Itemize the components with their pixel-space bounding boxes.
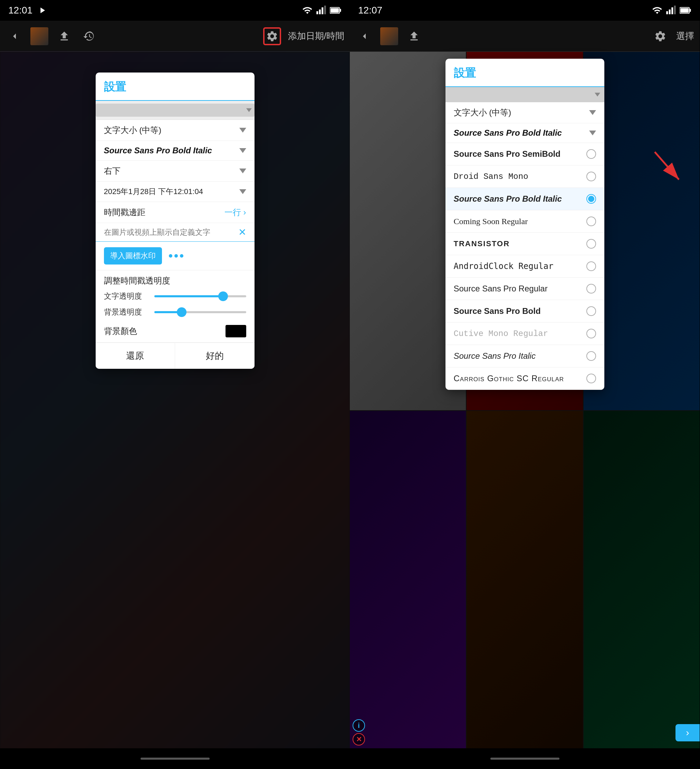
dot-2 bbox=[174, 254, 178, 257]
right-toolbar: 選擇 bbox=[350, 21, 700, 52]
text-opacity-thumb[interactable] bbox=[218, 291, 228, 301]
left-nav-bar bbox=[0, 748, 350, 769]
font-item-cutive[interactable]: Cutive Mono Regular bbox=[446, 323, 604, 345]
signal-icon bbox=[666, 5, 676, 16]
bg-opacity-thumb[interactable] bbox=[177, 307, 187, 317]
ok-button[interactable]: 好的 bbox=[175, 343, 254, 369]
bg-opacity-slider[interactable] bbox=[154, 311, 246, 313]
right-gray-bar[interactable] bbox=[446, 87, 604, 102]
dot-1 bbox=[169, 254, 172, 257]
text-size-row[interactable]: 文字大小 (中等) bbox=[96, 120, 254, 141]
right-text-size-row[interactable]: 文字大小 (中等) bbox=[446, 102, 604, 123]
selector-bar[interactable] bbox=[96, 101, 254, 120]
current-font-row[interactable]: Source Sans Pro Bold Italic bbox=[446, 123, 604, 143]
bottom-info: i ✕ bbox=[350, 716, 368, 748]
font-row[interactable]: Source Sans Pro Bold Italic bbox=[96, 141, 254, 161]
font-name-bold: Source Sans Pro Bold bbox=[454, 306, 541, 316]
right-text-size-arrow bbox=[589, 110, 596, 115]
svg-rect-13 bbox=[680, 8, 689, 13]
position-row[interactable]: 右下 bbox=[96, 161, 254, 182]
clear-input-button[interactable]: ✕ bbox=[238, 227, 246, 238]
right-status-bar: 12:07 bbox=[350, 0, 700, 21]
gray-bar[interactable] bbox=[96, 104, 254, 117]
font-item-semibold[interactable]: Source Sans Pro SemiBold bbox=[446, 143, 604, 166]
radio-mono[interactable] bbox=[586, 172, 596, 181]
timestamp-row[interactable]: 2025年1月28日 下午12:01:04 bbox=[96, 182, 254, 202]
font-name-android-clock: AndroidClock Regular bbox=[454, 261, 554, 271]
add-datetime-label[interactable]: 添加日期/時間 bbox=[288, 30, 344, 42]
thumbnail[interactable] bbox=[380, 27, 398, 45]
close-button[interactable]: ✕ bbox=[352, 733, 365, 745]
svg-rect-7 bbox=[666, 11, 668, 14]
back-button[interactable] bbox=[5, 27, 24, 45]
font-item-transistor[interactable]: TRANSISTOR bbox=[446, 233, 604, 255]
select-label[interactable]: 選擇 bbox=[676, 30, 694, 42]
radio-semibold[interactable] bbox=[586, 149, 596, 159]
left-panel: 12:01 bbox=[0, 0, 350, 769]
svg-rect-0 bbox=[316, 11, 318, 14]
dialog-overlay: 設置 文字大小 (中等) Source Sans Pro Bold Italic… bbox=[0, 52, 350, 769]
radio-transistor[interactable] bbox=[586, 239, 596, 249]
font-item-bold[interactable]: Source Sans Pro Bold bbox=[446, 300, 604, 323]
status-right bbox=[302, 5, 341, 16]
settings-button[interactable] bbox=[651, 27, 669, 45]
right-dialog-title: 設置 bbox=[446, 59, 604, 87]
wifi-icon bbox=[652, 5, 662, 16]
right-panel: 12:07 選擇 設置 bbox=[350, 0, 700, 769]
radio-coming-soon[interactable] bbox=[586, 217, 596, 226]
time-display: 12:01 bbox=[8, 5, 32, 16]
right-settings-dialog: 設置 文字大小 (中等) Source Sans Pro Bold Italic… bbox=[446, 59, 604, 390]
radio-bold[interactable] bbox=[586, 306, 596, 316]
font-item-regular[interactable]: Source Sans Pro Regular bbox=[446, 278, 604, 300]
font-item-coming-soon[interactable]: Coming Soon Regular bbox=[446, 210, 604, 233]
home-indicator[interactable] bbox=[490, 758, 560, 760]
font-item-android-clock[interactable]: AndroidClock Regular bbox=[446, 255, 604, 278]
transparency-label: 調整時間戳透明度 bbox=[96, 270, 254, 288]
more-options[interactable] bbox=[169, 254, 183, 257]
radio-android-clock[interactable] bbox=[586, 261, 596, 271]
history-button[interactable] bbox=[80, 27, 98, 45]
text-opacity-fill bbox=[154, 295, 224, 297]
color-swatch[interactable] bbox=[225, 325, 246, 337]
margin-label: 時間戳邊距 bbox=[104, 207, 145, 218]
text-opacity-slider[interactable] bbox=[154, 295, 246, 297]
back-button[interactable] bbox=[356, 27, 373, 45]
upload-button[interactable] bbox=[55, 27, 73, 45]
red-arrow-annotation bbox=[648, 148, 689, 191]
info-button[interactable]: i bbox=[352, 719, 365, 732]
radio-carrois[interactable] bbox=[586, 373, 596, 383]
upload-button[interactable] bbox=[405, 27, 423, 45]
svg-rect-6 bbox=[330, 8, 339, 13]
margin-value[interactable]: 一行 › bbox=[224, 207, 246, 218]
custom-text-row[interactable]: ✕ bbox=[96, 223, 254, 242]
bg-color-row[interactable]: 背景顏色 bbox=[96, 320, 254, 343]
font-item-carrois[interactable]: Carrois Gothic SC Regular bbox=[446, 367, 604, 390]
battery-icon bbox=[680, 5, 691, 15]
radio-source-italic[interactable] bbox=[586, 351, 596, 361]
import-button[interactable]: 導入圖標水印 bbox=[104, 247, 162, 264]
font-item-bold-italic[interactable]: Source Sans Pro Bold Italic bbox=[446, 188, 604, 210]
timestamp-arrow bbox=[239, 189, 246, 194]
right-nav-bar bbox=[350, 748, 700, 769]
cancel-button[interactable]: 還原 bbox=[96, 343, 175, 369]
thumbnail[interactable] bbox=[31, 27, 48, 45]
home-indicator[interactable] bbox=[140, 758, 210, 760]
font-item-mono[interactable]: Droid Sans Mono bbox=[446, 166, 604, 188]
settings-button[interactable] bbox=[263, 27, 281, 45]
text-size-label: 文字大小 (中等) bbox=[104, 125, 162, 136]
margin-row[interactable]: 時間戳邊距 一行 › bbox=[96, 202, 254, 223]
svg-rect-2 bbox=[322, 7, 323, 14]
custom-text-input[interactable] bbox=[104, 228, 238, 237]
radio-cutive[interactable] bbox=[586, 329, 596, 338]
next-button[interactable]: › bbox=[676, 724, 700, 742]
font-item-source-italic[interactable]: Source Sans Pro Italic bbox=[446, 345, 604, 367]
right-text-size-label: 文字大小 (中等) bbox=[454, 107, 512, 118]
toolbar-left bbox=[356, 27, 423, 45]
position-arrow bbox=[239, 169, 246, 173]
bg-opacity-label: 背景透明度 bbox=[104, 307, 149, 317]
dialog-buttons: 還原 好的 bbox=[96, 343, 254, 369]
radio-bold-italic[interactable] bbox=[586, 194, 596, 204]
radio-regular[interactable] bbox=[586, 284, 596, 293]
current-font-arrow bbox=[589, 130, 596, 135]
font-name-mono: Droid Sans Mono bbox=[454, 172, 528, 181]
